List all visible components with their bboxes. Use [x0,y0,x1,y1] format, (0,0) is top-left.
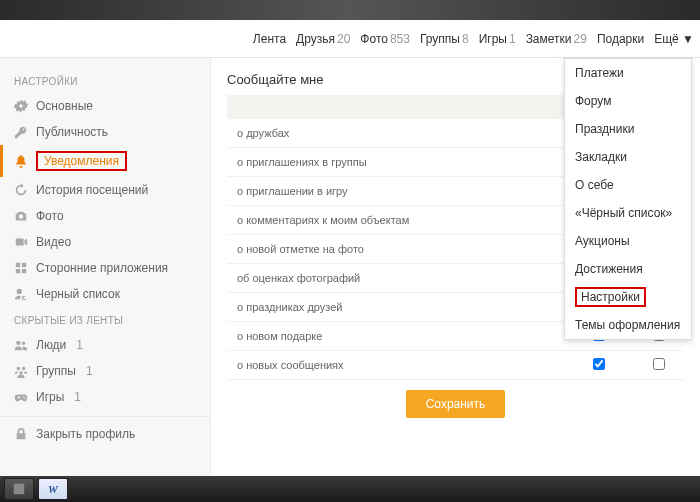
history-icon [14,183,28,197]
nav-item[interactable]: Друзья20 [296,32,350,46]
dropdown-item[interactable]: Достижения [565,255,691,283]
taskbar-app-button[interactable] [4,478,34,500]
gear-icon [14,99,28,113]
sidebar-item-label: Фото [36,209,64,223]
sidebar-item[interactable]: Видео [0,229,210,255]
sidebar-item-count: 1 [86,364,93,378]
people-icon [14,338,28,352]
nav-label: Игры [479,32,507,46]
dropdown-item[interactable]: Темы оформления [565,311,691,339]
row-label: о новом подарке [227,322,564,351]
games-icon [14,390,28,404]
dropdown-item[interactable]: Настройки [565,283,691,311]
nav-item[interactable]: Группы8 [420,32,469,46]
nav-label: Лента [253,32,286,46]
sidebar-item-label: История посещений [36,183,148,197]
extra-checkbox[interactable] [653,358,665,370]
blacklist-icon [14,287,28,301]
sidebar-item-label: Публичность [36,125,108,139]
bell-icon [14,154,28,168]
video-icon [14,235,28,249]
nav-label: Друзья [296,32,335,46]
nav-count: 8 [462,32,469,46]
word-icon: W [48,483,58,495]
sidebar-item-count: 1 [76,338,83,352]
row-label: о приглашении в игру [227,177,564,206]
nav-label: Ещё ▼ [654,32,694,46]
save-button[interactable]: Сохранить [406,390,506,418]
nav-count: 853 [390,32,410,46]
nav-label: Заметки [526,32,572,46]
sidebar-item[interactable]: Люди1 [0,332,210,358]
windows-taskbar: W [0,476,700,502]
dropdown-item[interactable]: Закладки [565,143,691,171]
nav-count: 1 [509,32,516,46]
sidebar-item[interactable]: История посещений [0,177,210,203]
table-header-label [227,95,564,119]
sidebar-item-count: 1 [74,390,81,404]
dropdown-item[interactable]: Праздники [565,115,691,143]
header-banner [0,0,700,20]
sidebar-item-label: Черный список [36,287,120,301]
nav-item[interactable]: Подарки [597,32,644,46]
nav-item[interactable]: Игры1 [479,32,516,46]
top-navigation: ЛентаДрузья20Фото853Группы8Игры1Заметки2… [0,20,700,58]
app-icon [12,482,26,496]
sidebar-item[interactable]: Группы1 [0,358,210,384]
sidebar-item-label: Видео [36,235,71,249]
sidebar-item[interactable]: Черный список [0,281,210,307]
sidebar-close-profile[interactable]: Закрыть профиль [0,421,210,447]
nav-item[interactable]: Ещё ▼ [654,32,694,46]
svg-rect-0 [14,484,25,495]
nav-count: 20 [337,32,350,46]
sidebar-item-label: Группы [36,364,76,378]
table-row: о новых сообщениях [227,351,684,380]
camera-icon [14,209,28,223]
email-checkbox[interactable] [593,358,605,370]
sidebar-item[interactable]: Сторонние приложения [0,255,210,281]
nav-item[interactable]: Лента [253,32,286,46]
sidebar-item[interactable]: Уведомления [0,145,210,177]
sidebar-item-label: Уведомления [36,151,127,171]
nav-item[interactable]: Заметки29 [526,32,587,46]
dropdown-label: Настройки [575,287,646,307]
row-label: о праздниках друзей [227,293,564,322]
row-label: о новой отметке на фото [227,235,564,264]
row-label: об оценках фотографий [227,264,564,293]
dropdown-item[interactable]: «Чёрный список» [565,199,691,227]
settings-sidebar: НАСТРОЙКИ ОсновныеПубличностьУведомления… [0,58,210,476]
sidebar-item[interactable]: Фото [0,203,210,229]
taskbar-word-button[interactable]: W [38,478,68,500]
nav-label: Подарки [597,32,644,46]
lock-icon [14,427,28,441]
dropdown-item[interactable]: Форум [565,87,691,115]
sidebar-item[interactable]: Основные [0,93,210,119]
sidebar-item-label: Сторонние приложения [36,261,168,275]
dropdown-item[interactable]: О себе [565,171,691,199]
sidebar-section-title: СКРЫТЫЕ ИЗ ЛЕНТЫ [0,307,210,332]
sidebar-item-label: Люди [36,338,66,352]
sidebar-item-label: Закрыть профиль [36,427,135,441]
sidebar-item-label: Игры [36,390,64,404]
row-label: о новых сообщениях [227,351,564,380]
dropdown-item[interactable]: Платежи [565,59,691,87]
sidebar-item-label: Основные [36,99,93,113]
row-label: о комментариях к моим объектам [227,206,564,235]
sidebar-item[interactable]: Публичность [0,119,210,145]
nav-label: Фото [360,32,388,46]
sidebar-section-title: НАСТРОЙКИ [0,68,210,93]
apps-icon [14,261,28,275]
sidebar-item[interactable]: Игры1 [0,384,210,410]
key-icon [14,125,28,139]
row-label: о дружбах [227,119,564,148]
dropdown-item[interactable]: Аукционы [565,227,691,255]
nav-count: 29 [574,32,587,46]
nav-label: Группы [420,32,460,46]
nav-item[interactable]: Фото853 [360,32,410,46]
more-dropdown-menu: ПлатежиФорумПраздникиЗакладкиО себе«Чёрн… [564,58,692,340]
groups-icon [14,364,28,378]
row-label: о приглашениях в группы [227,148,564,177]
